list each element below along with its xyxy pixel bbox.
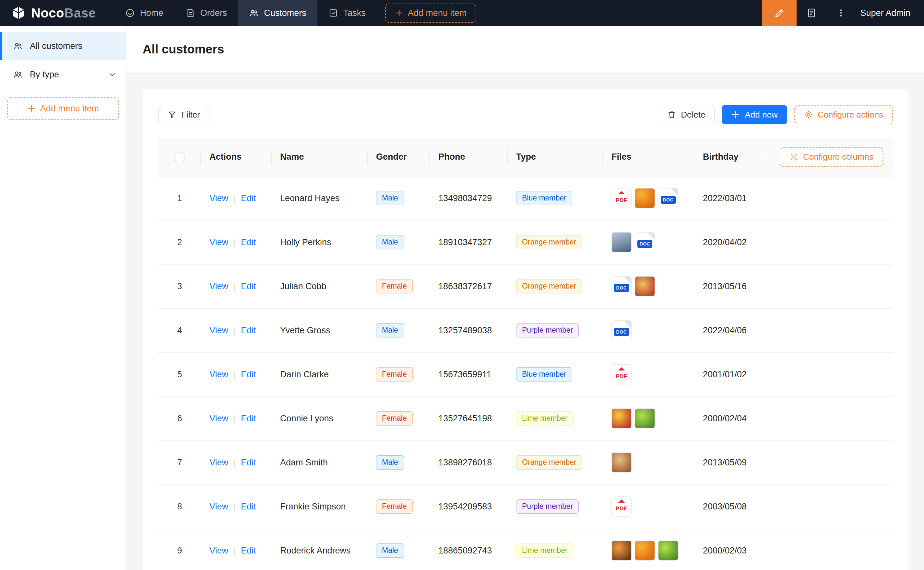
birthday-value: 2013/05/09 [703, 458, 747, 467]
row-index[interactable]: 9 [177, 546, 182, 555]
nav-item-home[interactable]: Home [114, 0, 174, 26]
customer-name: Frankie Simpson [280, 502, 346, 512]
table-header-row: Actions Name Gender Phone Type Files Bir… [158, 138, 893, 176]
files-cell-content: DOC [612, 232, 686, 252]
birthday-value: 2000/02/04 [703, 414, 747, 423]
doc-file-thumbnail[interactable]: DOC [658, 188, 678, 208]
sidebar-item-label: By type [30, 70, 59, 80]
orders-icon [186, 8, 195, 18]
link-divider: | [234, 458, 236, 467]
page-header: All customers [126, 26, 924, 72]
edit-link[interactable]: Edit [241, 369, 256, 379]
configure-columns-label: Configure columns [803, 152, 873, 162]
image-file-thumbnail[interactable] [635, 276, 655, 296]
nav-item-orders[interactable]: Orders [174, 0, 238, 26]
more-menu-button[interactable] [826, 0, 856, 26]
birthday-value: 2020/04/02 [703, 238, 747, 247]
gear-icon [804, 110, 813, 119]
edit-link[interactable]: Edit [241, 458, 256, 467]
image-file-thumbnail[interactable] [635, 188, 655, 208]
view-link[interactable]: View [209, 414, 228, 423]
customers-icon [249, 8, 259, 18]
navbar-add-menu-item-button[interactable]: Add menu item [385, 3, 477, 23]
row-index[interactable]: 1 [177, 193, 182, 203]
gender-tag: Female [376, 500, 413, 513]
delete-button[interactable]: Delete [658, 105, 715, 124]
toolbar-right: Delete Add new Configure actions [658, 105, 893, 124]
image-file-thumbnail[interactable] [612, 541, 632, 561]
view-link[interactable]: View [209, 238, 228, 247]
gender-tag: Male [376, 323, 404, 337]
image-file-thumbnail[interactable] [612, 408, 632, 429]
doc-file-thumbnail[interactable]: DOC [612, 276, 632, 296]
nav-item-customers[interactable]: Customers [238, 0, 317, 26]
tablet-doc-icon [806, 8, 817, 18]
view-link[interactable]: View [209, 458, 228, 467]
customer-name: Yvette Gross [280, 325, 331, 335]
sidebar-add-menu-item-label: Add menu item [40, 104, 99, 114]
type-tag: Lime member [516, 411, 573, 425]
edit-link[interactable]: Edit [241, 282, 256, 291]
customer-name: Connie Lyons [280, 414, 333, 423]
doc-file-thumbnail[interactable]: DOC [612, 320, 632, 340]
brand-part2: Base [64, 6, 96, 20]
column-header-name: Name [272, 138, 367, 176]
row-index[interactable]: 4 [177, 325, 182, 335]
pdf-file-thumbnail[interactable]: PDF [612, 496, 632, 516]
sidebar-add-menu-item-button[interactable]: Add menu item [7, 97, 119, 120]
view-link[interactable]: View [209, 546, 228, 555]
add-new-button[interactable]: Add new [722, 105, 787, 124]
configure-actions-button[interactable]: Configure actions [794, 105, 893, 124]
link-divider: | [234, 282, 236, 291]
pdf-file-thumbnail[interactable]: PDF [612, 188, 632, 208]
view-link[interactable]: View [209, 193, 228, 203]
edit-link[interactable]: Edit [241, 238, 256, 247]
birthday-value: 2000/02/03 [703, 546, 747, 555]
edit-link[interactable]: Edit [241, 325, 256, 335]
row-index[interactable]: 6 [177, 414, 182, 423]
sidebar-item-all-customers[interactable]: All customers [0, 32, 126, 60]
row-index[interactable]: 7 [177, 458, 182, 467]
filter-button[interactable]: Filter [158, 105, 209, 124]
image-file-thumbnail[interactable] [635, 408, 655, 429]
api-doc-button[interactable] [796, 0, 826, 26]
ui-editor-button[interactable] [762, 0, 796, 26]
configure-actions-label: Configure actions [818, 110, 883, 120]
brand-text: NocoBase [31, 6, 96, 20]
select-all-checkbox[interactable] [175, 153, 184, 162]
image-file-thumbnail[interactable] [658, 541, 678, 561]
type-tag: Orange member [516, 279, 582, 293]
column-header-actions: Actions [201, 138, 272, 176]
row-index[interactable]: 3 [177, 282, 182, 291]
edit-link[interactable]: Edit [241, 546, 256, 555]
gender-tag: Female [376, 411, 413, 425]
nav-item-tasks[interactable]: Tasks [317, 0, 377, 26]
birthday-value: 2022/04/06 [703, 325, 747, 335]
edit-link[interactable]: Edit [241, 193, 256, 203]
edit-link[interactable]: Edit [241, 502, 256, 512]
configure-columns-button[interactable]: Configure columns [780, 147, 883, 167]
image-file-thumbnail[interactable] [612, 232, 632, 252]
row-index[interactable]: 8 [177, 502, 182, 512]
edit-link[interactable]: Edit [241, 414, 256, 423]
brand[interactable]: NocoBase [0, 0, 114, 26]
row-index[interactable]: 5 [177, 369, 182, 379]
pdf-file-thumbnail[interactable]: PDF [612, 364, 632, 385]
filter-icon [168, 110, 177, 119]
table-row: 4 View|Edit Yvette Gross Male 1325748903… [158, 308, 893, 352]
phone-value: 13257489038 [438, 325, 492, 335]
view-link[interactable]: View [209, 369, 228, 379]
plus-icon [27, 104, 36, 113]
column-header-birthday: Birthday [695, 138, 766, 176]
row-index[interactable]: 2 [177, 238, 182, 247]
current-user[interactable]: Super Admin [856, 8, 924, 18]
image-file-thumbnail[interactable] [635, 541, 655, 561]
doc-file-thumbnail[interactable]: DOC [635, 232, 655, 252]
view-link[interactable]: View [209, 325, 228, 335]
view-link[interactable]: View [209, 502, 228, 512]
sidebar-item-by-type[interactable]: By type [0, 60, 126, 89]
column-header-files: Files [603, 138, 695, 176]
view-link[interactable]: View [209, 282, 228, 291]
trash-icon [667, 110, 676, 119]
image-file-thumbnail[interactable] [612, 452, 632, 472]
